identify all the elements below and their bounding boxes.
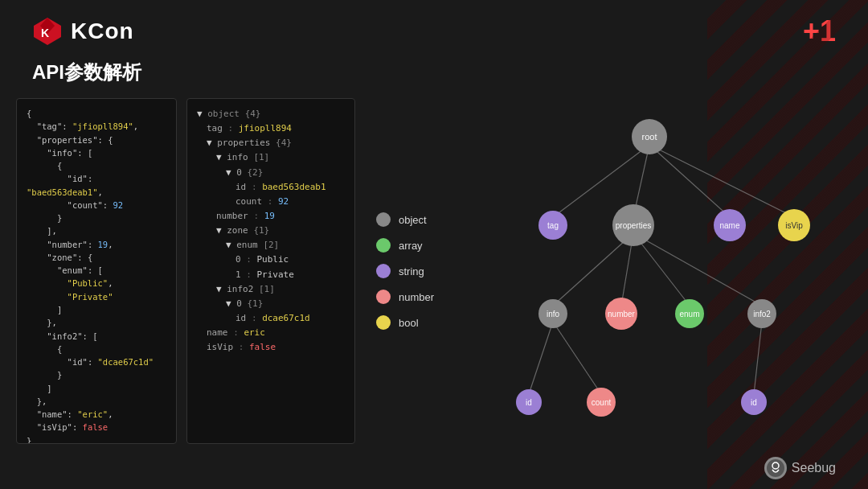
seebug-icon: [764, 457, 787, 479]
svg-line-6: [649, 145, 794, 217]
tree-item: ▼ 0 {2}: [197, 166, 345, 180]
svg-text:name: name: [719, 221, 739, 230]
tree-item: 0 : Public: [197, 253, 345, 267]
legend-object: object: [376, 212, 442, 227]
legend-label-number: number: [399, 291, 434, 303]
tree-item: ▼ zone {1}: [197, 224, 345, 238]
plus-one-badge: +1: [803, 14, 836, 48]
svg-text:properties: properties: [616, 221, 651, 230]
tree-item: ▼ info [1]: [197, 150, 345, 165]
svg-text:id: id: [751, 398, 757, 407]
tree-item: number : 19: [197, 209, 345, 224]
legend-label-bool: bool: [399, 317, 419, 329]
svg-text:K: K: [41, 27, 49, 39]
legend-array: array: [376, 238, 442, 253]
svg-text:count: count: [592, 398, 612, 407]
legend-panel: object array string number bool: [365, 98, 453, 444]
legend-string: string: [376, 264, 442, 278]
main-content: { "tag": "jfiopll894", "properties": { "…: [0, 98, 868, 444]
seebug-branding: Seebug: [764, 457, 836, 479]
svg-line-11: [529, 322, 553, 394]
footer: Seebug: [764, 457, 836, 479]
tree-panel: ▼ object {4} tag : jfiopll894 ▼ properti…: [186, 98, 355, 444]
seebug-label: Seebug: [792, 461, 836, 475]
tree-item: id : baed563deab1: [197, 180, 345, 195]
svg-line-12: [553, 322, 601, 394]
tree-item: ▼ 0 {1}: [197, 297, 345, 311]
legend-dot-bool: [376, 315, 391, 330]
legend-number: number: [376, 290, 442, 304]
tree-item: name : eric: [197, 326, 345, 340]
svg-text:info: info: [547, 310, 560, 318]
tree-item: tag : jfiopll894: [197, 121, 345, 136]
logo-area: K KCon: [32, 16, 134, 47]
legend-dot-string: [376, 264, 391, 278]
svg-line-7: [553, 233, 633, 306]
json-panel: { "tag": "jfiopll894", "properties": { "…: [16, 98, 177, 444]
svg-text:info2: info2: [753, 310, 771, 318]
svg-line-5: [649, 145, 730, 217]
header: K KCon +1: [0, 0, 868, 56]
legend-label-object: object: [399, 214, 427, 226]
svg-line-13: [754, 322, 762, 394]
logo-text: KCon: [71, 18, 134, 44]
svg-text:number: number: [608, 310, 636, 318]
legend-label-array: array: [399, 240, 423, 252]
tree-item: isVip : false: [197, 340, 345, 355]
tree-item: ▼ properties {4}: [197, 136, 345, 150]
json-content: { "tag": "jfiopll894", "properties": { "…: [27, 107, 166, 444]
tree-item: count : 92: [197, 195, 345, 209]
legend-dot-number: [376, 290, 391, 304]
legend-dot-object: [376, 212, 391, 227]
page-title-area: API参数解析: [0, 56, 868, 98]
svg-text:enum: enum: [679, 310, 699, 318]
graph-panel: root tag properties name isVip info numb…: [463, 98, 852, 444]
svg-text:id: id: [526, 398, 532, 407]
tree-item: 1 : Private: [197, 268, 345, 282]
svg-line-10: [633, 233, 762, 306]
tree-item: ▼ enum [2]: [197, 238, 345, 253]
kcon-logo-icon: K: [32, 16, 63, 47]
svg-text:root: root: [642, 132, 657, 142]
tree-root: ▼ object {4}: [197, 107, 345, 121]
tree-graph: root tag properties name isVip info numb…: [463, 98, 852, 444]
legend-label-string: string: [399, 265, 424, 277]
tree-item: id : dcae67c1d: [197, 311, 345, 326]
tree-item: ▼ info2 [1]: [197, 282, 345, 297]
svg-text:isVip: isVip: [785, 221, 803, 230]
legend-dot-array: [376, 238, 391, 253]
svg-text:tag: tag: [547, 221, 559, 230]
legend-bool: bool: [376, 315, 442, 330]
page-title: API参数解析: [32, 61, 141, 83]
